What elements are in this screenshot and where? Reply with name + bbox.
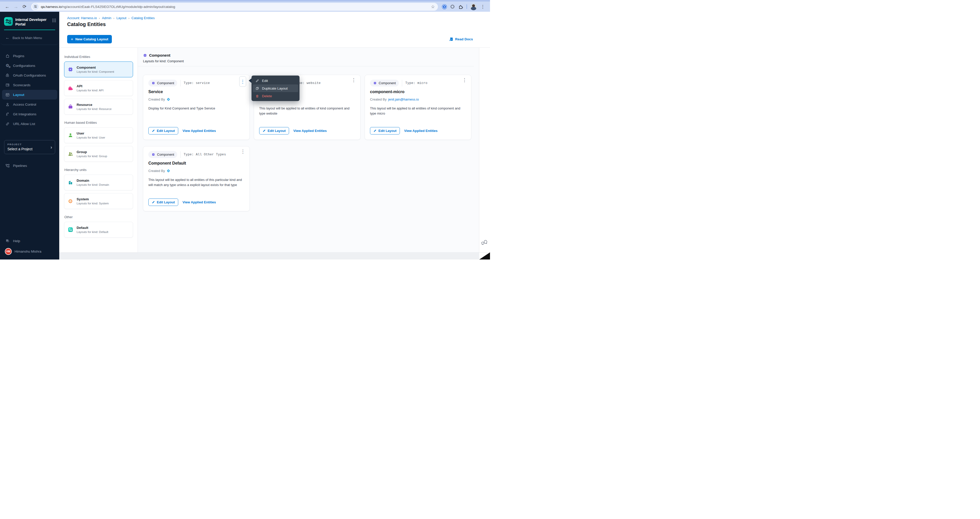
type-label: Type: <box>184 153 194 156</box>
card-kebab-menu-button[interactable]: ⋮ <box>240 149 245 154</box>
type-value: service <box>196 81 210 85</box>
app-title: Internal Developer Portal <box>15 17 49 27</box>
layout-description: This layout will be applied to all entit… <box>148 177 243 187</box>
sidebar-item-label: Git Integrations <box>13 112 37 116</box>
entity-subtitle: Layouts for kind: Default <box>76 230 108 233</box>
sidebar-item-pipelines[interactable]: Pipelines <box>2 161 57 170</box>
sidebar-item-scorecards[interactable]: Scorecards <box>2 80 57 90</box>
view-applied-entities-link[interactable]: View Applied Entities <box>404 129 438 133</box>
module-grid-icon[interactable] <box>52 17 56 24</box>
entity-name: User <box>76 132 105 135</box>
section-heading: Individual Entities <box>64 55 133 59</box>
panel-heading: Component <box>149 53 170 57</box>
browser-reload-button[interactable]: ⟳ <box>21 3 29 11</box>
entity-kind-resource[interactable]: Resource Layouts for kind: Resource <box>64 99 133 114</box>
entity-kind-default[interactable]: Default Layouts for kind: Default <box>64 222 133 238</box>
idp-logo <box>4 17 13 26</box>
entity-kind-api[interactable]: API Layouts for kind: API <box>64 80 133 96</box>
type-label: Type: <box>405 81 415 85</box>
edit-layout-button[interactable]: Edit Layout <box>370 127 400 135</box>
creator-email-link[interactable]: jenil.jain@harness.io <box>388 97 419 101</box>
user-profile[interactable]: HM Himanshu Mishra <box>2 246 57 257</box>
project-selector[interactable]: PROJECT Select a Project › <box>4 140 55 154</box>
sidebar-item-plugins[interactable]: Plugins <box>2 51 57 61</box>
harness-user-icon <box>167 169 170 173</box>
sidebar-item-layout[interactable]: Layout <box>2 90 57 100</box>
sidebar-item-label: Access Control <box>13 103 36 106</box>
edit-layout-button[interactable]: Edit Layout <box>148 127 178 135</box>
bookmark-star-icon[interactable]: ☆ <box>430 4 436 10</box>
sidebar-item-configurations[interactable]: ⚙⚙ Configurations <box>2 61 57 70</box>
screen: ← → ⟳ qa.harness.io/ng/account/zEaak-FLS… <box>0 0 490 259</box>
type-value: website <box>307 81 321 85</box>
main-content: Account: Harness.io › Admin › Layout › C… <box>59 12 490 259</box>
breadcrumb-separator: › <box>99 16 100 20</box>
entity-subtitle: Layouts for kind: Component <box>76 70 114 73</box>
sidebar-item-oauth-configurations[interactable]: OAuth Configurations <box>2 70 57 80</box>
entity-kind-component[interactable]: Component Layouts for kind: Component <box>64 62 133 77</box>
browser-menu-icon[interactable]: ⋮ <box>479 4 487 10</box>
url-host: qa.harness.io <box>41 5 62 9</box>
sidebar-item-label: OAuth Configurations <box>13 73 46 77</box>
layout-title: Service <box>148 90 163 94</box>
edit-layout-button[interactable]: Edit Layout <box>148 198 178 206</box>
menu-item-duplicate-layout[interactable]: Duplicate Layout <box>253 84 298 92</box>
entity-name: Group <box>76 150 107 154</box>
edit-layout-button[interactable]: Edit Layout <box>259 127 289 135</box>
view-applied-entities-link[interactable]: View Applied Entities <box>183 200 216 204</box>
edit-layout-label: Edit Layout <box>379 129 396 133</box>
project-value: Select a Project <box>7 147 52 151</box>
card-kebab-menu-button[interactable]: ⋮ <box>239 76 246 87</box>
view-applied-entities-link[interactable]: View Applied Entities <box>183 129 216 133</box>
entity-kind-list: Individual Entities Component Layouts fo… <box>59 48 138 252</box>
plus-icon: + <box>71 37 73 41</box>
created-by: Created By <box>148 97 170 101</box>
component-chip-icon <box>373 81 377 85</box>
browser-forward-button[interactable]: → <box>12 3 20 11</box>
address-bar[interactable]: qa.harness.io/ng/account/zEaak-FLS425IEO… <box>31 3 438 11</box>
breadcrumb-admin[interactable]: Admin <box>102 16 111 20</box>
sidebar-item-url-allow-list[interactable]: URL Allow List <box>2 119 57 129</box>
sidebar-item-label: Configurations <box>13 64 35 68</box>
sidebar-item-git-integrations[interactable]: Git Integrations <box>2 109 57 119</box>
cursor-wedge <box>479 252 490 259</box>
menu-item-label: Delete <box>262 94 272 98</box>
new-catalog-layout-button[interactable]: + New Catalog Layout <box>67 35 112 43</box>
site-settings-icon[interactable] <box>32 3 38 10</box>
back-to-main-menu[interactable]: ← Back to Main Menu <box>1 30 59 45</box>
entity-kind-user[interactable]: User Layouts for kind: User <box>64 127 133 143</box>
breadcrumb-separator: › <box>113 16 115 20</box>
gears-icon: ⚙⚙ <box>5 63 10 68</box>
section-heading: Hierarchy units <box>64 168 133 172</box>
entity-subtitle: Layouts for kind: API <box>76 89 103 92</box>
help-chat-icon: ? <box>5 238 10 243</box>
user-icon <box>67 132 73 138</box>
menu-item-delete[interactable]: Delete <box>253 92 298 100</box>
breadcrumb-catalog-entities[interactable]: Catalog Entities <box>132 16 155 20</box>
component-chip-icon <box>67 67 73 72</box>
entity-kind-group[interactable]: Group Layouts for kind: Group <box>64 146 133 162</box>
breadcrumb-layout[interactable]: Layout <box>116 16 126 20</box>
link-icon <box>5 121 10 126</box>
browser-back-button[interactable]: ← <box>3 3 11 11</box>
view-applied-entities-link[interactable]: View Applied Entities <box>293 129 327 133</box>
password-manager-extension-icon[interactable] <box>441 3 448 11</box>
loading-extension-icon[interactable] <box>449 3 456 11</box>
sidebar-item-help[interactable]: ? Help <box>2 236 57 246</box>
created-by: Created By <box>148 169 170 173</box>
extensions-puzzle-icon[interactable] <box>457 3 465 11</box>
kind-chip-label: Component <box>157 152 174 156</box>
breadcrumb-account[interactable]: Account: Harness.io <box>67 16 97 20</box>
context-menu-arrow <box>249 78 251 83</box>
entity-kind-domain[interactable]: Domain Layouts for kind: Domain <box>64 175 133 190</box>
chat-widget-button[interactable] <box>481 239 488 247</box>
card-kebab-menu-button[interactable]: ⋮ <box>352 78 356 83</box>
browser-profile-avatar[interactable] <box>470 3 477 10</box>
menu-item-edit[interactable]: Edit <box>253 77 298 84</box>
component-chip-icon <box>143 53 147 57</box>
read-docs-link[interactable]: Read Docs <box>449 37 473 41</box>
card-kebab-menu-button[interactable]: ⋮ <box>462 78 467 83</box>
sidebar-item-access-control[interactable]: Access Control <box>2 100 57 109</box>
entity-kind-system[interactable]: ⚙ System Layouts for kind: System <box>64 193 133 209</box>
edit-layout-label: Edit Layout <box>157 200 175 204</box>
